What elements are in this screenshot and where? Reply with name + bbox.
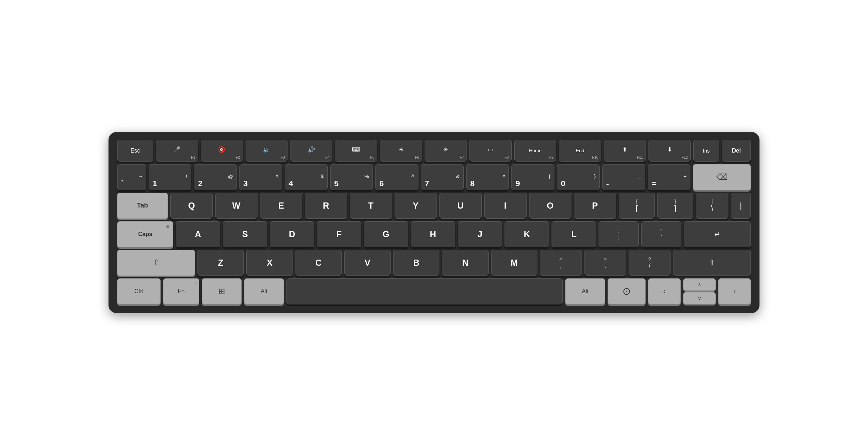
keyboard-wrapper: Function Keys Tab Right shift Control ke… bbox=[109, 132, 760, 313]
key-x[interactable]: X bbox=[246, 250, 293, 276]
key-backslash[interactable]: | \ bbox=[696, 193, 728, 219]
key-f4[interactable]: 🔊 F4 bbox=[290, 140, 332, 162]
key-f2[interactable]: 🔇 F2 bbox=[201, 140, 243, 162]
bottom-row: Ctrl Fn · ⊞ Alt Alt ⊙ bbox=[117, 278, 751, 304]
key-arrow-left[interactable]: ‹ bbox=[648, 278, 681, 304]
key-equals[interactable]: + = bbox=[648, 164, 690, 190]
key-n[interactable]: N bbox=[442, 250, 488, 276]
key-3[interactable]: # 3 bbox=[239, 164, 282, 190]
key-shift-right[interactable]: ⇧ bbox=[673, 250, 751, 276]
key-v[interactable]: V bbox=[344, 250, 391, 276]
key-esc[interactable]: Esc bbox=[117, 140, 153, 162]
key-8[interactable]: * 8 bbox=[466, 164, 509, 190]
num-row: ~ ` ! 1 @ 2 # 3 $ 4 bbox=[117, 164, 751, 190]
key-f11[interactable]: ⬆ F11 bbox=[604, 140, 646, 162]
key-backspace[interactable]: ⌫ bbox=[693, 164, 751, 190]
key-tab[interactable]: Tab bbox=[117, 193, 168, 219]
key-caps[interactable]: Caps bbox=[117, 221, 173, 247]
key-f7[interactable]: ☀ F7 bbox=[425, 140, 467, 162]
key-7[interactable]: & 7 bbox=[421, 164, 464, 190]
key-f[interactable]: F bbox=[317, 221, 361, 247]
key-ctrl[interactable]: Ctrl bbox=[117, 278, 161, 304]
key-arrow-down[interactable]: ∨ bbox=[683, 292, 716, 304]
key-shift-left[interactable]: ⇧ bbox=[117, 250, 195, 276]
key-arrow-up[interactable]: ∧ bbox=[683, 278, 716, 291]
key-bracket-left[interactable]: { [ bbox=[619, 193, 655, 219]
qwerty-row: Tab Q W E R T Y U I O P { [ bbox=[117, 193, 751, 219]
key-u[interactable]: U bbox=[439, 193, 482, 219]
key-slash[interactable]: ? / bbox=[629, 250, 671, 276]
key-f6[interactable]: ☀ F6 bbox=[380, 140, 422, 162]
key-i[interactable]: I bbox=[484, 193, 527, 219]
key-d[interactable]: D bbox=[270, 221, 314, 247]
key-ins[interactable]: Ins bbox=[693, 140, 719, 162]
key-5[interactable]: % 5 bbox=[330, 164, 373, 190]
key-comma[interactable]: < , bbox=[540, 250, 582, 276]
key-enter[interactable]: ↵ bbox=[684, 221, 751, 247]
key-f1[interactable]: 🎤 F1 bbox=[156, 140, 198, 162]
key-a[interactable]: A bbox=[176, 221, 220, 247]
key-f10[interactable]: End F10 bbox=[559, 140, 601, 162]
key-f9[interactable]: Home F9 bbox=[514, 140, 557, 162]
key-y[interactable]: Y bbox=[395, 193, 437, 219]
arrow-up-down-group: ∧ ∨ bbox=[683, 278, 716, 304]
asdf-row: Caps A S D F G H J K L : ; " ' bbox=[117, 221, 751, 247]
key-4[interactable]: $ 4 bbox=[285, 164, 327, 190]
key-2[interactable]: @ 2 bbox=[194, 164, 237, 190]
key-s[interactable]: S bbox=[223, 221, 267, 247]
key-c[interactable]: C bbox=[295, 250, 342, 276]
key-fn[interactable]: Fn · bbox=[163, 278, 199, 304]
key-0[interactable]: ) 0 bbox=[557, 164, 600, 190]
key-backtick[interactable]: ~ ` bbox=[117, 164, 146, 190]
key-9[interactable]: ( 9 bbox=[511, 164, 554, 190]
fn-row: Esc 🎤 F1 🔇 F2 🔉 bbox=[117, 140, 751, 162]
key-6[interactable]: ^ 6 bbox=[375, 164, 418, 190]
key-j[interactable]: J bbox=[458, 221, 502, 247]
key-b[interactable]: B bbox=[393, 250, 439, 276]
key-f3[interactable]: 🔉 F3 bbox=[246, 140, 288, 162]
key-p[interactable]: P bbox=[574, 193, 616, 219]
zxcv-row: ⇧ Z X C V B N M < , > . ? / bbox=[117, 250, 751, 276]
key-copilot[interactable]: ⊙ bbox=[608, 278, 646, 304]
key-r[interactable]: R bbox=[305, 193, 347, 219]
key-k[interactable]: K bbox=[505, 221, 549, 247]
page-container: Function Keys Tab Right shift Control ke… bbox=[0, 0, 868, 423]
key-pipe[interactable]: | bbox=[731, 193, 751, 219]
key-o[interactable]: O bbox=[529, 193, 571, 219]
key-quote[interactable]: " ' bbox=[641, 221, 681, 247]
key-h[interactable]: H bbox=[411, 221, 455, 247]
key-t[interactable]: T bbox=[350, 193, 392, 219]
key-alt-left[interactable]: Alt bbox=[244, 278, 284, 304]
key-windows[interactable]: ⊞ bbox=[202, 278, 242, 304]
key-space[interactable] bbox=[286, 278, 563, 304]
key-w[interactable]: W bbox=[215, 193, 258, 219]
key-l[interactable]: L bbox=[552, 221, 596, 247]
key-del[interactable]: Del bbox=[722, 140, 751, 162]
keyboard: Esc 🎤 F1 🔇 F2 🔉 bbox=[109, 132, 760, 313]
key-arrow-right[interactable]: › bbox=[718, 278, 751, 304]
key-period[interactable]: > . bbox=[584, 250, 626, 276]
key-alt-right[interactable]: Alt bbox=[565, 278, 605, 304]
key-z[interactable]: Z bbox=[197, 250, 244, 276]
caps-lock-indicator bbox=[166, 225, 169, 228]
key-m[interactable]: M bbox=[491, 250, 537, 276]
key-e[interactable]: E bbox=[260, 193, 302, 219]
key-f12[interactable]: ⬇ F12 bbox=[648, 140, 691, 162]
key-1[interactable]: ! 1 bbox=[149, 164, 191, 190]
key-f5[interactable]: ⌨ F5 bbox=[335, 140, 377, 162]
key-minus[interactable]: _ - bbox=[602, 164, 645, 190]
key-g[interactable]: G bbox=[364, 221, 408, 247]
key-f8[interactable]: ▭ F8 bbox=[469, 140, 512, 162]
key-q[interactable]: Q bbox=[170, 193, 213, 219]
key-bracket-right[interactable]: } ] bbox=[657, 193, 693, 219]
key-semicolon[interactable]: : ; bbox=[599, 221, 639, 247]
